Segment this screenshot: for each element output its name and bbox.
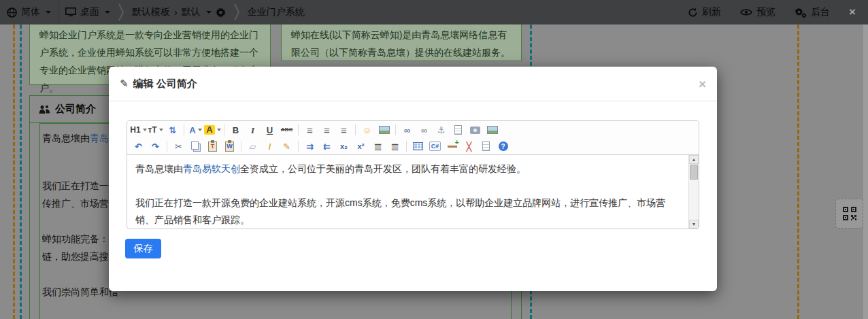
table-icon[interactable] xyxy=(410,139,427,154)
font-size-icon[interactable]: тT xyxy=(147,123,164,137)
paste-word-icon[interactable]: W xyxy=(221,139,238,154)
undo-icon[interactable]: ↶ xyxy=(130,139,147,154)
ordered-list-icon[interactable]: ≣ xyxy=(369,139,386,154)
align-left-icon[interactable]: ≡ xyxy=(301,123,318,137)
glyph xyxy=(379,126,390,134)
refresh-button[interactable]: 刷新 xyxy=(681,0,728,24)
cut-icon[interactable]: ✂ xyxy=(170,139,187,154)
scrollbar-thumb[interactable] xyxy=(690,165,698,180)
preview-label: 预览 xyxy=(756,6,775,18)
screen: 蝉知企业门户系统是一款专向企业营销使用的企业门户系统，企业使用蝉知系统可以非常方… xyxy=(0,0,868,319)
glyph xyxy=(191,141,199,150)
outdent-icon[interactable]: ⇇ xyxy=(318,139,335,154)
indent-icon[interactable]: ⇉ xyxy=(301,139,318,154)
toolbar-group-separator xyxy=(406,141,407,152)
chevron-down-icon xyxy=(46,11,51,14)
italic-icon[interactable]: I xyxy=(244,123,261,137)
glyph: ✎ xyxy=(283,142,290,151)
chevron-down-icon xyxy=(206,11,212,14)
strikethrough-icon[interactable]: ABC xyxy=(278,123,295,137)
breadcrumb-separator: › xyxy=(174,7,178,18)
glyph: ↷ xyxy=(152,142,159,151)
glyph: ✂ xyxy=(175,142,182,151)
glyph: W xyxy=(225,141,234,152)
editor-link[interactable]: 青岛易软天创 xyxy=(183,163,240,174)
help-icon[interactable]: ? xyxy=(495,139,512,154)
glyph xyxy=(413,142,423,150)
copy-icon[interactable] xyxy=(187,139,204,154)
template-menu[interactable]: 默认模板 › 默认 xyxy=(125,0,233,24)
editor-content-area[interactable]: 青岛息壤由青岛易软天创全资成立，公司位于美丽的青岛开发区，团队有着丰富的研发经验… xyxy=(127,155,699,229)
glyph xyxy=(470,127,480,134)
language-label: 简体 xyxy=(21,6,40,18)
clipboard-icon[interactable] xyxy=(478,139,495,154)
scrollbar-track[interactable] xyxy=(689,180,699,220)
modal-title-text: 编辑 公司简介 xyxy=(133,78,197,90)
editor-toolbar-row2: ↶↷✂TW▱/✎⇉⇇x₂x²≣≣C#╳? xyxy=(130,138,696,154)
close-icon[interactable]: × xyxy=(842,5,863,19)
editor-text[interactable]: 青岛息壤由青岛易软天创全资成立，公司位于美丽的青岛开发区，团队有着丰富的研发经验… xyxy=(127,155,688,229)
qrcode-button[interactable] xyxy=(835,199,863,229)
toolbar-group-separator xyxy=(241,141,241,152)
glyph: ⇅ xyxy=(169,126,176,135)
preview-button[interactable]: 预览 xyxy=(733,0,782,24)
font-color-icon[interactable]: A xyxy=(187,123,204,137)
highlight-color-icon[interactable]: A xyxy=(204,123,221,137)
glyph: A xyxy=(204,125,214,135)
underline-icon[interactable]: U xyxy=(261,123,278,137)
glyph xyxy=(487,126,498,134)
subscript-icon[interactable]: x₂ xyxy=(335,139,352,154)
fullscreen-icon[interactable]: ╳ xyxy=(461,139,478,154)
anchor-icon[interactable]: ⚓ xyxy=(433,123,450,137)
chevron-down-icon xyxy=(217,129,221,131)
site-title-label: 企业门户系统 xyxy=(248,6,305,18)
insert-hr-icon[interactable] xyxy=(444,139,461,154)
insert-code-icon[interactable]: C# xyxy=(427,139,444,154)
glyph: B xyxy=(233,126,239,135)
language-menu[interactable]: 简体 xyxy=(0,0,58,24)
breadcrumb-chevron xyxy=(233,0,241,24)
align-right-icon[interactable]: ≡ xyxy=(335,123,352,137)
glyph: A xyxy=(189,126,195,135)
visual-designer-topbar: 简体 桌面 默认模板 › 默认 企业门户系统 xyxy=(0,0,868,24)
save-button[interactable]: 保存 xyxy=(125,239,161,258)
desktop-menu[interactable]: 桌面 xyxy=(59,0,117,24)
insert-flash-icon[interactable] xyxy=(450,123,467,137)
redo-icon[interactable]: ↷ xyxy=(147,139,164,154)
guide-line-teal-left xyxy=(20,0,22,319)
line-height-icon[interactable]: ⇅ xyxy=(164,123,181,137)
glyph: ╳ xyxy=(467,142,472,151)
insert-media-icon[interactable] xyxy=(467,123,484,137)
superscript-icon[interactable]: x² xyxy=(352,139,369,154)
template-icon[interactable]: ✎ xyxy=(278,139,295,154)
editor-scrollbar[interactable]: ▲ ▼ xyxy=(688,155,699,229)
unlink-icon[interactable]: ∞ xyxy=(416,123,433,137)
modal-close-icon[interactable]: × xyxy=(699,78,706,90)
glyph: ⚓ xyxy=(437,126,446,135)
quick-format-icon[interactable]: / xyxy=(261,139,278,154)
page-edge-strip xyxy=(863,24,868,319)
insert-image-icon[interactable] xyxy=(375,123,393,137)
refresh-icon xyxy=(688,7,698,18)
emoticon-icon[interactable]: ☺ xyxy=(358,123,375,137)
align-center-icon[interactable]: ≡ xyxy=(318,123,335,137)
scroll-down-icon[interactable]: ▼ xyxy=(689,220,699,229)
admin-button[interactable]: 后台 xyxy=(788,0,837,24)
image-manager-icon[interactable] xyxy=(484,123,501,137)
scroll-up-icon[interactable]: ▲ xyxy=(689,155,699,164)
link-icon[interactable]: ∞ xyxy=(399,123,416,137)
remove-format-icon[interactable]: ▱ xyxy=(244,139,261,154)
gear-icon[interactable] xyxy=(216,7,226,18)
glyph: U xyxy=(267,126,273,135)
unordered-list-icon[interactable]: ≣ xyxy=(386,139,403,154)
bold-icon[interactable]: B xyxy=(227,123,244,137)
paste-text-icon[interactable]: T xyxy=(204,139,221,154)
desktop-label: 桌面 xyxy=(80,6,99,18)
monitor-icon xyxy=(65,7,76,17)
heading-format-icon[interactable]: H1 xyxy=(130,123,147,137)
editor-text-run: 青岛息壤由 xyxy=(135,163,183,174)
glyph: T xyxy=(208,141,217,152)
eye-icon xyxy=(740,8,752,16)
guide-line-orange-left xyxy=(13,0,15,319)
glyph: ABC xyxy=(281,127,293,133)
